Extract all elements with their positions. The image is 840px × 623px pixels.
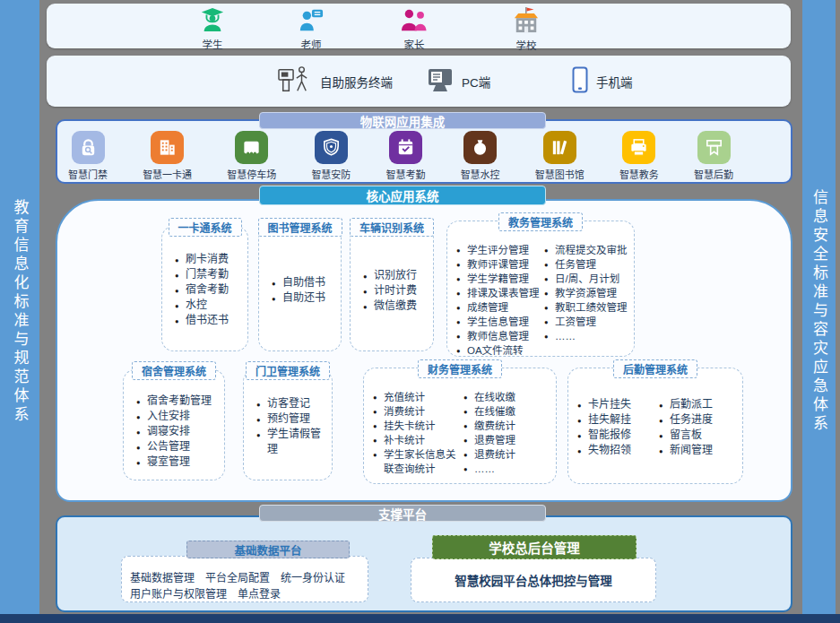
student-icon xyxy=(199,20,226,35)
user-school: 学校 xyxy=(493,7,559,52)
list-item: 智能报修 xyxy=(577,428,659,443)
feature-list: 卡片挂失 挂失解挂 智能报修 失物招领 xyxy=(577,397,659,458)
feature-list: 宿舍考勤管理 入住安排 调寝安排 公告管理 寝室管理 xyxy=(124,370,224,475)
list-item: OA文件流转 xyxy=(456,343,544,358)
iot-academic: 智慧教务 xyxy=(619,131,659,181)
backend-management-box: 智慧校园平台总体把控与管理 xyxy=(411,558,656,602)
iot-security: 智慧安防 xyxy=(311,131,351,181)
users-panel: 学生 老师 家长 xyxy=(47,4,791,48)
kiosk-icon xyxy=(276,65,312,99)
system-card-library: 图书管理系统 自助借书 自助还书 xyxy=(258,226,342,351)
feature-list: 刷卡消费 门禁考勤 宿舍考勤 水控 借书还书 xyxy=(162,227,247,333)
iot-parking: 智慧停车场 xyxy=(227,131,276,181)
list-item: 自助还书 xyxy=(272,290,337,306)
smart-campus-architecture-diagram: 教育信息化标准与规范体系 信息安全标准与容灾应急体系 学生 老师 xyxy=(0,0,840,623)
user-label: 家长 xyxy=(381,37,447,51)
printer-icon xyxy=(622,131,655,164)
support-section-header: 支撑平台 xyxy=(259,505,546,522)
list-item: 学生家长信息关联查询统计 xyxy=(373,447,463,476)
system-card-dormitory: 宿舍管理系统 宿舍考勤管理 入住安排 调寝安排 公告管理 寝室管理 xyxy=(123,369,225,480)
system-card-gate: 门卫管理系统 访客登记 预约管理 学生请假管理 xyxy=(243,369,333,480)
base-platform-line2: 用户账户与权限管理 单点登录 xyxy=(130,586,360,602)
iot-library: 智慧图书馆 xyxy=(535,131,585,181)
iot-onecard: 智慧一卡通 xyxy=(143,131,192,181)
iot-label: 智慧图书馆 xyxy=(535,167,585,181)
list-item: 寝室管理 xyxy=(136,454,221,470)
feature-list: 学生评分管理 教师评课管理 学生学籍管理 排课及课表管理 成绩管理 学生信息管理… xyxy=(456,243,544,358)
backend-management-title: 学校总后台管理 xyxy=(432,535,636,559)
system-card-logistics: 后勤管理系统 卡片挂失 挂失解挂 智能报修 失物招领 后勤派工 任务进度 留言板… xyxy=(567,368,743,484)
system-title: 一卡通系统 xyxy=(168,218,241,237)
iot-label: 智慧后勤 xyxy=(694,167,733,181)
list-item: …… xyxy=(463,462,554,476)
feature-columns: 卡片挂失 挂失解挂 智能报修 失物招领 后勤派工 任务进度 留言板 新闻管理 xyxy=(568,368,742,462)
list-item: 充值统计 xyxy=(373,390,463,404)
access-lock-icon xyxy=(72,131,105,164)
terminal-label: 自助服务终端 xyxy=(320,73,393,91)
feature-list: 自助借书 自助还书 xyxy=(259,227,341,350)
iot-label: 智慧教务 xyxy=(619,167,659,181)
feature-list: 后勤派工 任务进度 留言板 新闻管理 xyxy=(659,397,740,458)
list-item: 后勤派工 xyxy=(659,397,740,412)
base-data-platform-title: 基础数据平台 xyxy=(186,541,350,558)
iot-attendance: 智慧考勤 xyxy=(386,131,426,181)
system-card-finance: 财务管理系统 充值统计 消费统计 挂失卡统计 补卡统计 学生家长信息关联查询统计… xyxy=(363,368,557,484)
building-icon xyxy=(151,131,184,164)
left-standards-bar: 教育信息化标准与规范体系 xyxy=(0,0,39,623)
list-item: 在线催缴 xyxy=(463,404,554,419)
feature-list: 识别放行 计时计费 微信缴费 xyxy=(351,227,433,350)
list-item: 留言板 xyxy=(659,428,740,443)
feature-list: 在线收缴 在线催缴 缴费统计 退费管理 退费统计 …… xyxy=(463,390,554,476)
iot-section-header: 物联网应用集成 xyxy=(259,112,546,129)
list-item: 微信缴费 xyxy=(363,299,429,314)
user-label: 学校 xyxy=(493,38,559,52)
list-item: 教师评课管理 xyxy=(456,257,544,272)
list-item: 消费统计 xyxy=(373,404,463,419)
terminal-kiosk: 自助服务终端 xyxy=(276,65,393,99)
list-item: 访客登记 xyxy=(256,396,328,411)
feature-list: 充值统计 消费统计 挂失卡统计 补卡统计 学生家长信息关联查询统计 xyxy=(373,390,463,476)
list-item: 教学资源管理 xyxy=(544,286,632,300)
system-title: 车辆识别系统 xyxy=(350,218,434,237)
base-data-platform-box: 基础数据管理 平台全局配置 统一身份认证 用户账户与权限管理 单点登录 xyxy=(121,556,368,602)
desktop-icon xyxy=(427,67,454,96)
user-student: 学生 xyxy=(179,7,246,51)
list-item: 水控 xyxy=(175,298,244,313)
list-item: 退费管理 xyxy=(463,433,554,447)
feature-list: 流程提交及审批 任务管理 日/周、月计划 教学资源管理 教职工绩效管理 工资管理… xyxy=(544,243,632,358)
iot-label: 智慧停车场 xyxy=(227,167,276,181)
list-item: 退费统计 xyxy=(463,447,554,462)
list-item: 公告管理 xyxy=(136,439,221,454)
list-item: …… xyxy=(544,329,632,343)
calendar-check-icon xyxy=(389,131,422,164)
list-item: 学生信息管理 xyxy=(456,315,544,329)
list-item: 缴费统计 xyxy=(463,419,554,433)
terminal-label: PC端 xyxy=(462,73,490,91)
user-label: 老师 xyxy=(278,37,344,51)
iot-items-row: 智慧门禁 智慧一卡通 xyxy=(68,131,733,181)
iot-logistics: 智慧后勤 xyxy=(694,131,733,181)
parents-icon xyxy=(400,20,429,35)
list-item: 工资管理 xyxy=(544,315,632,329)
system-card-onecard: 一卡通系统 刷卡消费 门禁考勤 宿舍考勤 水控 借书还书 xyxy=(161,226,248,351)
books-icon xyxy=(543,131,576,164)
list-item: 成绩管理 xyxy=(456,300,544,315)
system-title: 教务管理系统 xyxy=(498,212,583,231)
right-standards-bar: 信息安全标准与容灾应急体系 xyxy=(802,0,836,623)
list-item: 宿舍考勤管理 xyxy=(136,394,221,409)
terminal-mobile: 手机端 xyxy=(572,66,633,97)
system-title: 财务管理系统 xyxy=(418,359,502,378)
list-item: 识别放行 xyxy=(363,268,429,283)
feature-columns: 充值统计 消费统计 挂失卡统计 补卡统计 学生家长信息关联查询统计 在线收缴 在… xyxy=(364,368,556,480)
system-title: 门卫管理系统 xyxy=(246,361,330,380)
iot-access: 智慧门禁 xyxy=(68,131,108,181)
list-item: 任务管理 xyxy=(544,257,632,272)
backend-description: 智慧校园平台总体把控与管理 xyxy=(455,571,612,589)
list-item: 在线收缴 xyxy=(463,390,554,404)
iot-label: 智慧安防 xyxy=(311,167,351,181)
system-card-vehicle: 车辆识别系统 识别放行 计时计费 微信缴费 xyxy=(350,226,434,351)
teacher-icon xyxy=(298,20,325,35)
iot-water: 智慧水控 xyxy=(461,131,500,181)
list-item: 失物招领 xyxy=(577,443,659,458)
list-item: 门禁考勤 xyxy=(175,267,244,282)
